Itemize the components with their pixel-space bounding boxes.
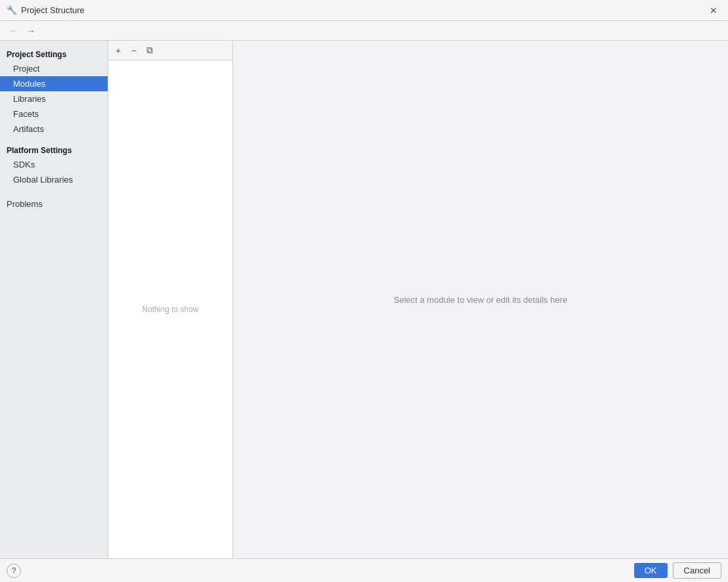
sidebar-item-artifacts[interactable]: Artifacts <box>0 122 108 137</box>
bottom-right-buttons: OK Cancel <box>634 562 721 579</box>
sidebar: Project Settings Project Modules Librari… <box>0 41 108 558</box>
sidebar-divider <box>0 137 108 142</box>
sidebar-item-sdks[interactable]: SDKs <box>0 157 108 172</box>
module-list-panel: + − ⧉ Nothing to show <box>108 41 233 558</box>
title-bar-left: 🔧 Project Structure <box>7 5 85 16</box>
module-list-toolbar: + − ⧉ <box>108 41 232 60</box>
content-area: + − ⧉ Nothing to show Select a module to… <box>108 41 728 558</box>
detail-panel: Select a module to view or edit its deta… <box>233 41 728 558</box>
sidebar-item-modules[interactable]: Modules <box>0 76 108 91</box>
copy-module-button[interactable]: ⧉ <box>142 43 157 58</box>
module-list-content: Nothing to show <box>108 60 232 558</box>
bottom-bar: ? OK Cancel <box>0 558 728 582</box>
main-layout: Project Settings Project Modules Librari… <box>0 41 728 558</box>
sidebar-item-libraries[interactable]: Libraries <box>0 91 108 106</box>
sidebar-item-problems[interactable]: Problems <box>0 192 108 212</box>
back-button[interactable]: ← <box>7 24 21 38</box>
sidebar-item-facets[interactable]: Facets <box>0 106 108 122</box>
nav-bar: ← → <box>0 21 728 41</box>
app-icon: 🔧 <box>7 5 17 16</box>
sidebar-item-global-libraries[interactable]: Global Libraries <box>0 172 108 187</box>
title-bar-title: Project Structure <box>21 5 85 15</box>
close-button[interactable]: ✕ <box>706 3 721 18</box>
project-settings-title: Project Settings <box>0 46 108 61</box>
remove-module-button[interactable]: − <box>127 43 141 58</box>
title-bar: 🔧 Project Structure ✕ <box>0 0 728 21</box>
platform-settings-title: Platform Settings <box>0 142 108 157</box>
cancel-button[interactable]: Cancel <box>673 562 721 579</box>
detail-hint-text: Select a module to view or edit its deta… <box>394 295 567 305</box>
add-module-button[interactable]: + <box>111 43 125 58</box>
ok-button[interactable]: OK <box>634 563 668 578</box>
nothing-to-show-text: Nothing to show <box>142 305 198 314</box>
forward-button[interactable]: → <box>24 24 38 38</box>
help-button[interactable]: ? <box>7 564 21 578</box>
sidebar-item-project[interactable]: Project <box>0 61 108 76</box>
sidebar-divider-2 <box>0 187 108 192</box>
